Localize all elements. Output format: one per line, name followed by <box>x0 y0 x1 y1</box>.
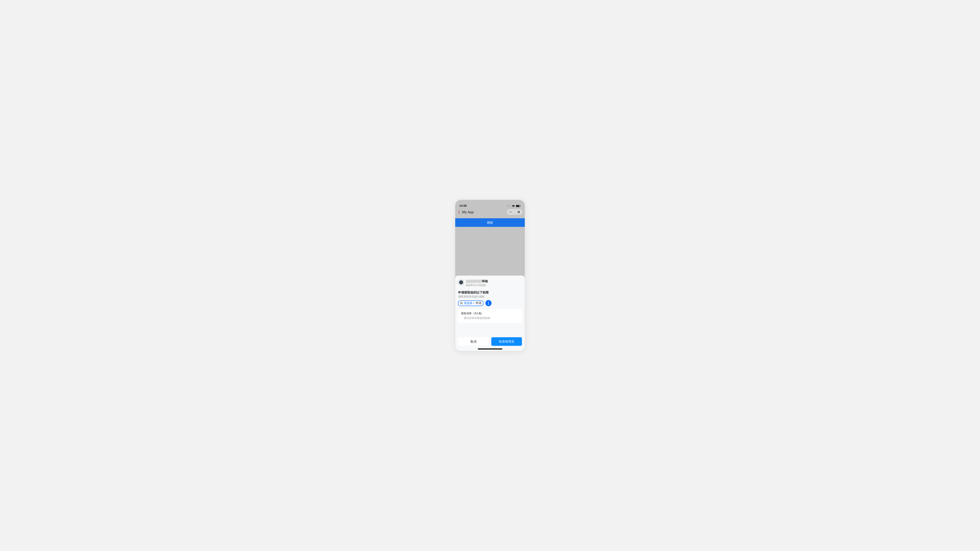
select-prefix: 向 <box>460 301 463 305</box>
permission-item: 通讯录基本数据读权限 <box>461 316 519 320</box>
mini-program-capsule: ··· <box>506 209 523 215</box>
button-row: 取消 联系管理员 <box>458 337 522 346</box>
admin-select-pill[interactable]: 向 请选择 申请 <box>458 300 484 306</box>
cancel-label: 取消 <box>470 340 477 343</box>
cat-icon <box>459 280 463 285</box>
app-subtitle: 测试企业 <box>470 283 480 287</box>
more-icon[interactable]: ··· <box>509 210 512 214</box>
battery-icon <box>516 205 521 207</box>
close-icon[interactable] <box>517 211 520 213</box>
select-row: 向 请选择 申请 1 <box>458 300 522 306</box>
step-badge-1: 1 <box>485 300 492 306</box>
requesting-app: xxxx 审核 x 测试企业 x <box>458 279 522 287</box>
authorize-button[interactable]: 授权 <box>455 218 525 227</box>
phone-frame: 14:08 My App ··· 授权 <box>455 200 525 351</box>
status-time: 14:08 <box>460 204 467 207</box>
contact-admin-button[interactable]: 联系管理员 <box>491 337 522 346</box>
authorize-label: 授权 <box>487 221 493 224</box>
back-icon[interactable] <box>457 210 461 214</box>
home-indicator <box>478 349 502 349</box>
svg-rect-2 <box>520 205 520 206</box>
contact-label: 联系管理员 <box>499 340 514 343</box>
canvas: 14:08 My App ··· 授权 <box>341 192 639 359</box>
redacted-app-name: xxxx <box>466 279 482 283</box>
permission-card: 授权清单（共1项） 通讯录基本数据读权限 <box>458 309 522 323</box>
nav-bar: My App ··· <box>455 208 525 217</box>
capsule-divider <box>515 210 515 214</box>
select-suffix: 申请 <box>476 301 481 305</box>
svg-point-5 <box>461 282 462 282</box>
nav-title: My App <box>462 210 474 214</box>
status-bar: 14:08 <box>455 200 525 208</box>
svg-point-4 <box>460 282 461 282</box>
svg-rect-1 <box>516 205 519 207</box>
cancel-button[interactable]: 取消 <box>458 337 489 346</box>
select-placeholder: 请选择 <box>464 301 473 305</box>
app-name-suffix: 审核 <box>482 279 488 283</box>
cellular-icon <box>507 206 511 206</box>
chevron-down-icon <box>473 302 475 304</box>
admin-select-dropdown[interactable]: 请选择 <box>464 301 475 305</box>
permission-sheet: xxxx 审核 x 测试企业 x 申请获取组织以下权限 请联系管理员进行授权 向 <box>455 276 525 351</box>
redacted-org-prefix: x <box>466 284 470 286</box>
redacted-org-suffix: x <box>480 284 486 286</box>
request-title: 申请获取组织以下权限 <box>458 291 522 294</box>
wifi-icon <box>512 205 515 207</box>
app-avatar <box>458 279 464 286</box>
svg-point-3 <box>459 280 463 284</box>
request-subtitle: 请联系管理员进行授权 <box>458 295 522 299</box>
permission-list-title: 授权清单（共1项） <box>461 311 519 315</box>
step-number: 1 <box>487 301 489 305</box>
status-right <box>507 205 521 207</box>
